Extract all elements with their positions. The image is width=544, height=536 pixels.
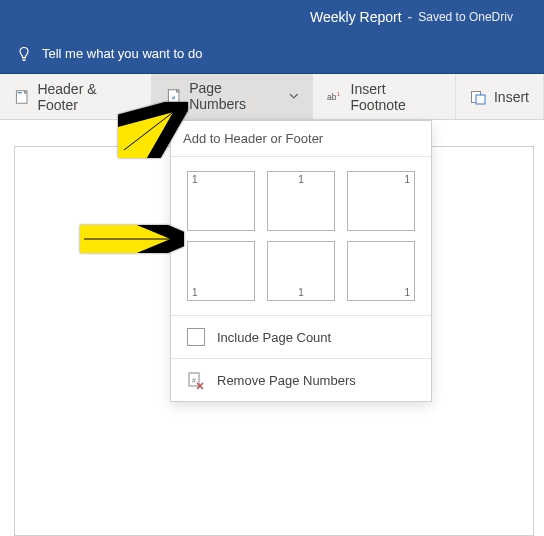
svg-text:1: 1 — [337, 91, 340, 97]
svg-rect-7 — [476, 95, 485, 104]
saved-status: Saved to OneDriv — [418, 10, 513, 24]
tell-me-bar[interactable]: Tell me what you want to do — [0, 34, 544, 74]
page-icon — [14, 89, 29, 105]
insert-label: Insert — [494, 89, 529, 105]
svg-text:ab: ab — [327, 92, 337, 102]
insert-button[interactable]: Insert — [456, 74, 544, 119]
insert-icon — [470, 89, 486, 105]
include-page-count-row[interactable]: Include Page Count — [171, 315, 431, 358]
chevron-down-icon — [289, 91, 299, 101]
remove-page-numbers-label: Remove Page Numbers — [217, 373, 356, 388]
svg-text:#: # — [192, 377, 196, 384]
svg-rect-1 — [18, 92, 22, 93]
checkbox-icon[interactable] — [187, 328, 205, 346]
pos-bottom-center[interactable]: 1 — [267, 241, 335, 301]
dropdown-header: Add to Header or Footer — [171, 121, 431, 157]
doc-title: Weekly Report — [310, 9, 402, 25]
position-grid: 1 1 1 1 1 1 — [171, 157, 431, 315]
page-numbers-label: Page Numbers — [189, 80, 278, 112]
title-separator: - — [408, 9, 413, 25]
footnote-icon: ab 1 — [327, 89, 342, 105]
pos-top-right[interactable]: 1 — [347, 171, 415, 231]
insert-footnote-button[interactable]: ab 1 Insert Footnote — [313, 74, 456, 119]
annotation-arrow-2 — [80, 225, 184, 253]
pos-top-center[interactable]: 1 — [267, 171, 335, 231]
tell-me-text: Tell me what you want to do — [42, 46, 202, 61]
pos-bottom-right[interactable]: 1 — [347, 241, 415, 301]
title-bar: Weekly Report - Saved to OneDriv — [0, 0, 544, 34]
annotation-arrow-1 — [118, 102, 188, 158]
page-numbers-dropdown: Add to Header or Footer 1 1 1 1 1 1 Incl… — [170, 120, 432, 402]
include-page-count-label: Include Page Count — [217, 330, 331, 345]
insert-footnote-label: Insert Footnote — [351, 81, 441, 113]
svg-line-11 — [124, 110, 176, 150]
pos-bottom-left[interactable]: 1 — [187, 241, 255, 301]
remove-page-numbers-row[interactable]: # Remove Page Numbers — [171, 358, 431, 401]
pos-top-left[interactable]: 1 — [187, 171, 255, 231]
remove-page-numbers-icon: # — [187, 371, 205, 389]
lightbulb-icon — [16, 46, 32, 62]
ribbon: Header & Footer # Page Numbers ab 1 Inse… — [0, 74, 544, 120]
